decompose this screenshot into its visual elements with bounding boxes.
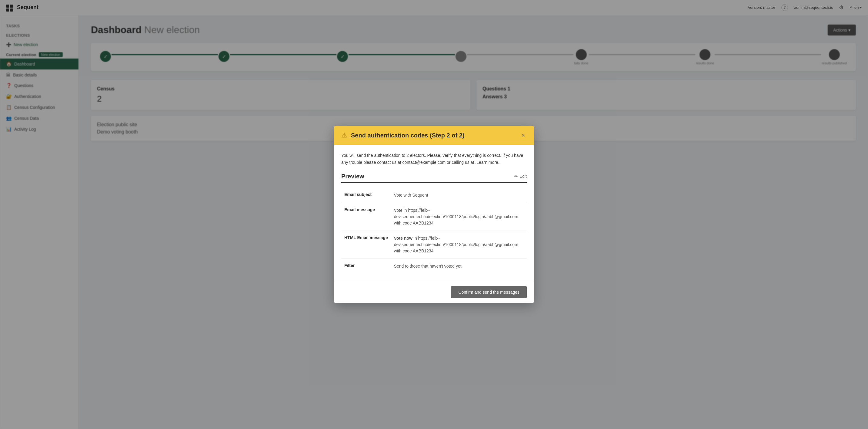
modal-description: You will send the authentication to 2 el… <box>341 152 527 166</box>
email-message-label: Email message <box>341 203 391 231</box>
email-subject-label: Email subject <box>341 188 391 203</box>
modal-footer: Confirm and send the messages <box>334 281 534 303</box>
filter-label: Filter <box>341 258 391 274</box>
preview-row-html-email: HTML Email message Vote now in https://f… <box>341 231 527 258</box>
preview-row-email-message: Email message Vote in https://felix-dev.… <box>341 203 527 231</box>
vote-now-bold: Vote now <box>394 236 412 240</box>
modal-overlay[interactable]: ⚠ Send authentication codes (Step 2 of 2… <box>0 0 868 429</box>
modal-title: Send authentication codes (Step 2 of 2) <box>351 132 465 139</box>
edit-link[interactable]: ✏ Edit <box>514 174 527 179</box>
html-email-value: Vote now in https://felix-dev.sequentech… <box>391 231 527 258</box>
modal-header: ⚠ Send authentication codes (Step 2 of 2… <box>334 126 534 145</box>
html-email-label: HTML Email message <box>341 231 391 258</box>
preview-header: Preview ✏ Edit <box>341 173 527 183</box>
email-subject-value: Vote with Sequent <box>391 188 527 203</box>
edit-label: Edit <box>520 174 527 179</box>
modal-body: You will send the authentication to 2 el… <box>334 145 534 281</box>
warning-icon: ⚠ <box>341 132 347 139</box>
confirm-send-button[interactable]: Confirm and send the messages <box>451 286 527 298</box>
filter-value: Send to those that haven't voted yet <box>391 258 527 274</box>
preview-title: Preview <box>341 173 364 180</box>
modal-close-button[interactable]: × <box>520 132 527 139</box>
email-message-value: Vote in https://felix-dev.sequentech.io/… <box>391 203 527 231</box>
preview-row-email-subject: Email subject Vote with Sequent <box>341 188 527 203</box>
preview-table: Email subject Vote with Sequent Email me… <box>341 188 527 274</box>
preview-row-filter: Filter Send to those that haven't voted … <box>341 258 527 274</box>
modal-header-left: ⚠ Send authentication codes (Step 2 of 2… <box>341 132 465 139</box>
edit-icon: ✏ <box>514 174 518 179</box>
modal: ⚠ Send authentication codes (Step 2 of 2… <box>334 126 534 303</box>
